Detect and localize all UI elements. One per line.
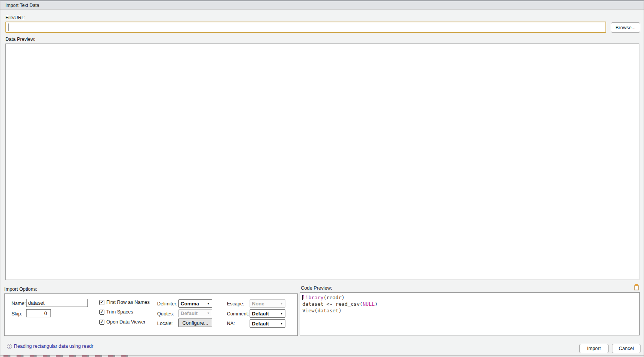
code-constant: NULL (363, 301, 375, 307)
na-label: NA: (227, 321, 235, 326)
escape-label: Escape: (227, 301, 244, 307)
code-text: (readr) (324, 295, 345, 300)
delimiter-label: Delimiter: (157, 301, 178, 307)
open-data-viewer-option[interactable]: ✓ Open Data Viewer (99, 319, 146, 325)
checkbox-checked-icon[interactable]: ✓ (99, 320, 104, 325)
cancel-button[interactable]: Cancel (612, 344, 641, 353)
help-link[interactable]: Reading rectangular data using readr (14, 344, 93, 349)
first-row-as-names-label: First Row as Names (106, 300, 150, 305)
data-preview-label: Data Preview: (5, 37, 35, 42)
background-window-sliver (3, 355, 131, 357)
skip-input[interactable] (26, 309, 51, 317)
chevron-down-icon: ▼ (207, 302, 210, 305)
chevron-down-icon: ▼ (280, 302, 283, 305)
checkbox-checked-icon[interactable]: ✓ (99, 300, 104, 305)
quotes-select: Default ▼ (178, 309, 212, 317)
delimiter-select[interactable]: Comma ▼ (178, 299, 212, 308)
code-text: View(dataset) (302, 308, 342, 313)
chevron-down-icon: ▼ (280, 312, 283, 315)
chevron-down-icon: ▼ (280, 322, 283, 325)
code-keyword: library (302, 295, 324, 300)
open-data-viewer-label: Open Data Viewer (106, 319, 146, 325)
question-circle-icon[interactable]: ? (7, 344, 12, 349)
browse-button[interactable]: Browse... (611, 22, 640, 33)
trim-spaces-label: Trim Spaces (106, 309, 133, 315)
code-preview-label: Code Preview: (301, 285, 332, 291)
comment-select[interactable]: Default ▼ (250, 309, 285, 318)
code-text: ) (375, 301, 378, 307)
configure-button[interactable]: Configure... (178, 318, 212, 327)
escape-select: None ▼ (250, 299, 285, 308)
code-text: dataset <- read_csv( (302, 301, 363, 307)
trim-spaces-option[interactable]: ✓ Trim Spaces (99, 309, 133, 315)
name-label: Name: (12, 301, 26, 306)
clipboard-icon[interactable] (634, 284, 639, 290)
code-preview-area[interactable]: library(readr) dataset <- read_csv(NULL)… (300, 292, 640, 335)
text-caret (8, 23, 8, 31)
dialog-title: Import Text Data (5, 3, 39, 8)
locale-label: Locale: (157, 321, 173, 326)
name-input[interactable] (26, 299, 88, 307)
chevron-down-icon: ▼ (207, 312, 210, 315)
file-url-label: File/URL: (5, 15, 25, 20)
file-url-input[interactable] (5, 22, 606, 33)
import-options-label: Import Options: (4, 287, 37, 292)
skip-label: Skip: (12, 311, 22, 317)
checkbox-checked-icon[interactable]: ✓ (99, 310, 104, 315)
dialog-title-bar: Import Text Data (0, 0, 644, 10)
import-button[interactable]: Import (579, 344, 609, 353)
comment-label: Comment: (227, 311, 249, 317)
data-preview-area (5, 44, 639, 280)
first-row-as-names-option[interactable]: ✓ First Row as Names (99, 300, 150, 305)
na-select[interactable]: Default ▼ (250, 319, 285, 328)
quotes-label: Quotes: (157, 311, 174, 317)
